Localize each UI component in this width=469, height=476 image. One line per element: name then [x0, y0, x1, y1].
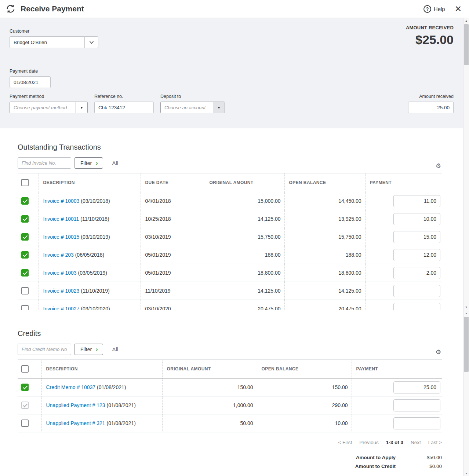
original-amount-cell: 18,800.00 — [205, 264, 284, 282]
amount-received-input[interactable] — [408, 102, 454, 113]
open-balance-cell: 18,800.00 — [284, 264, 365, 282]
description-link[interactable]: Invoice # 10023 — [43, 288, 80, 294]
vertical-scrollbar[interactable]: ▲ ▼ — [463, 310, 469, 476]
payment-method-select[interactable]: Choose payment method ▾ — [10, 102, 88, 113]
due-date-cell: 04/01/2018 — [141, 192, 205, 210]
scroll-thumb[interactable] — [464, 317, 469, 372]
description-date: (01/08/2021) — [107, 402, 136, 408]
pagination-previous[interactable]: Previous — [359, 440, 379, 445]
vertical-scrollbar[interactable]: ▲ ▼ — [463, 18, 469, 310]
select-all-checkbox[interactable] — [21, 179, 29, 186]
description-date: (03/10/2020) — [81, 306, 110, 310]
payment-input[interactable] — [393, 195, 440, 207]
customer-input[interactable] — [10, 36, 85, 48]
description-link[interactable]: Invoice # 10003 — [43, 198, 80, 204]
chevron-down-icon — [89, 41, 94, 44]
table-row: Invoice # 10003 (03/10/2018) 04/01/2018 … — [18, 192, 442, 210]
description-link[interactable]: Invoice # 10015 — [43, 234, 80, 240]
row-checkbox[interactable] — [21, 251, 29, 259]
open-balance-cell: 290.00 — [257, 396, 352, 414]
description-date: (01/08/2021) — [107, 420, 136, 426]
description-link[interactable]: Credit Memo # 10037 — [46, 384, 96, 390]
scroll-up-icon[interactable]: ▲ — [463, 18, 469, 23]
scroll-thumb[interactable] — [464, 24, 469, 65]
description-link[interactable]: Invoice # 1003 — [43, 270, 77, 276]
filter-button[interactable]: Filter › — [74, 157, 103, 169]
reference-field: Reference no. — [94, 94, 154, 113]
find-credit-memo-input[interactable] — [18, 344, 71, 355]
payment-input[interactable] — [393, 303, 440, 310]
description-date: (03/10/2018) — [81, 198, 110, 204]
scroll-up-icon[interactable]: ▲ — [463, 310, 469, 316]
description-link[interactable]: Invoice # 10027 — [43, 306, 80, 310]
description-link[interactable]: Invoice # 10011 — [43, 216, 79, 222]
payment-input[interactable] — [393, 267, 440, 279]
section-title-outstanding: Outstanding Transactions — [18, 143, 442, 151]
filter-button[interactable]: Filter › — [74, 344, 103, 355]
payment-input[interactable] — [393, 381, 440, 393]
payment-method-dropdown-button[interactable]: ▾ — [76, 102, 87, 113]
payment-input[interactable] — [393, 285, 440, 297]
column-header-description: DESCRIPTION — [41, 360, 162, 378]
due-date-cell: 05/01/2019 — [141, 246, 205, 264]
pagination: < First Previous 1-3 of 3 Next Last > — [18, 440, 442, 445]
credits-toolbar: Filter › All — [18, 344, 442, 355]
row-checkbox[interactable] — [21, 233, 29, 241]
scroll-down-icon[interactable]: ▼ — [463, 470, 469, 476]
gear-icon[interactable]: ⚙ — [436, 349, 441, 355]
original-amount-cell: 15,000.00 — [205, 192, 284, 210]
select-all-checkbox[interactable] — [21, 365, 29, 373]
payment-input[interactable] — [393, 231, 440, 243]
deposit-to-select[interactable]: Choose an account ▾ — [160, 102, 225, 113]
row-checkbox[interactable] — [21, 269, 29, 277]
customer-dropdown-button[interactable] — [84, 36, 98, 48]
description-link[interactable]: Unapplied Payment # 123 — [46, 402, 105, 408]
pagination-next[interactable]: Next — [411, 440, 421, 445]
row-checkbox[interactable] — [21, 402, 29, 409]
row-checkbox[interactable] — [21, 384, 29, 391]
description-date: (11/10/2019) — [81, 288, 109, 294]
row-checkbox[interactable] — [21, 197, 29, 205]
scroll-down-icon[interactable]: ▼ — [463, 304, 469, 310]
original-amount-cell: 150.00 — [162, 378, 257, 396]
column-header-description: DESCRIPTION — [39, 173, 141, 192]
payment-date-input[interactable] — [10, 76, 51, 88]
pagination-last[interactable]: Last > — [428, 440, 442, 445]
row-checkbox[interactable] — [21, 215, 29, 223]
payment-input[interactable] — [393, 399, 440, 411]
amount-received-field-label: Amount received — [408, 94, 454, 99]
description-link[interactable]: Invoice # 203 — [43, 252, 74, 258]
chevron-down-icon: ▾ — [218, 105, 220, 110]
payment-form: Customer AMOUNT RECEIVED $25.00 — [0, 18, 463, 128]
chevron-right-icon: › — [96, 347, 98, 352]
row-checkbox[interactable] — [21, 305, 29, 310]
filter-label: Filter — [80, 160, 92, 166]
payment-input[interactable] — [393, 417, 440, 429]
help-button[interactable]: ? Help — [423, 5, 445, 13]
top-scroll-region: Customer AMOUNT RECEIVED $25.00 — [0, 18, 469, 310]
deposit-to-field: Deposit to Choose an account ▾ — [160, 94, 225, 113]
reference-input[interactable] — [94, 102, 154, 113]
table-row: Unapplied Payment # 321 (01/08/2021) 50.… — [18, 414, 442, 432]
due-date-cell: 11/10/2019 — [141, 282, 205, 300]
table-row: Invoice # 203 (06/05/2018) 05/01/2019 18… — [18, 246, 442, 264]
find-invoice-input[interactable] — [18, 157, 71, 169]
description-link[interactable]: Unapplied Payment # 321 — [46, 420, 105, 426]
payment-date-field: Payment date — [10, 69, 454, 88]
totals-summary: Amount to Apply $50.00 Amount to Credit … — [18, 455, 442, 469]
description-date: (06/05/2018) — [75, 252, 104, 258]
payment-input[interactable] — [393, 213, 440, 225]
table-row: Credit Memo # 10037 (01/08/2021) 150.00 … — [18, 378, 442, 396]
payment-input[interactable] — [393, 249, 440, 261]
row-checkbox[interactable] — [21, 420, 29, 427]
table-row: Invoice # 10027 (03/10/2020) 03/10/2020 … — [18, 300, 442, 310]
close-icon[interactable]: ✕ — [455, 5, 462, 13]
pagination-first[interactable]: < First — [338, 440, 352, 445]
row-checkbox[interactable] — [21, 287, 29, 294]
column-header-open-balance: OPEN BALANCE — [257, 360, 352, 378]
deposit-to-dropdown-button[interactable]: ▾ — [213, 102, 225, 113]
table-row: Invoice # 10011 (11/10/2018) 10/25/2018 … — [18, 210, 442, 228]
due-date-cell: 03/10/2020 — [141, 300, 205, 310]
open-balance-cell: 150.00 — [257, 378, 352, 396]
gear-icon[interactable]: ⚙ — [436, 163, 441, 169]
